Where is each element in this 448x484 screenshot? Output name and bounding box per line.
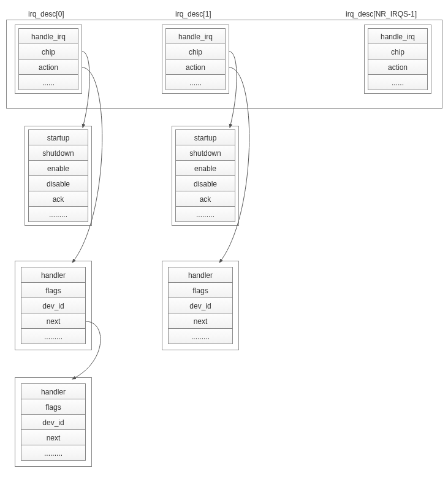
action0b-flags: flags [21, 399, 86, 415]
action-struct-0b: handler flags dev_id next ......... [15, 377, 92, 467]
action0b-next: next [21, 429, 86, 445]
label-irq1: irq_desc[1] [175, 10, 211, 18]
action0b-handler: handler [21, 383, 86, 399]
desc0-more: ...... [18, 74, 78, 90]
chip0-disable: disable [28, 175, 88, 191]
action1-more: ......... [168, 328, 233, 344]
action0b-more: ......... [21, 445, 86, 461]
desc1-more: ...... [165, 74, 226, 90]
action0a-flags: flags [21, 282, 86, 298]
desc0-action: action [18, 59, 78, 75]
action-struct-1: handler flags dev_id next ......... [162, 261, 239, 350]
action0a-more: ......... [21, 328, 86, 344]
desc0-chip: chip [18, 44, 78, 60]
desc0-handle-irq: handle_irq [18, 28, 78, 44]
action0b-dev-id: dev_id [21, 414, 86, 430]
chip-struct-1: startup shutdown enable disable ack ....… [172, 126, 239, 226]
chip0-startup: startup [28, 129, 88, 145]
action0a-handler: handler [21, 267, 86, 283]
chip1-shutdown: shutdown [175, 145, 235, 161]
action1-dev-id: dev_id [168, 298, 233, 313]
chip-struct-0: startup shutdown enable disable ack ....… [25, 126, 92, 226]
irq-desc-1: handle_irq chip action ...... [162, 25, 229, 94]
chip1-ack: ack [175, 191, 235, 207]
chip0-more: ......... [28, 206, 88, 222]
action0a-dev-id: dev_id [21, 298, 86, 313]
action0a-next: next [21, 313, 86, 329]
label-irq0: irq_desc[0] [28, 10, 64, 18]
action1-next: next [168, 313, 233, 329]
descN-more: ...... [368, 74, 428, 90]
chip0-ack: ack [28, 191, 88, 207]
action1-handler: handler [168, 267, 233, 283]
descN-chip: chip [368, 44, 428, 60]
action1-flags: flags [168, 282, 233, 298]
action-struct-0a: handler flags dev_id next ......... [15, 261, 92, 350]
label-irqN: irq_desc[NR_IRQS-1] [346, 10, 417, 18]
chip1-more: ......... [175, 206, 235, 222]
descN-action: action [368, 59, 428, 75]
irq-desc-n: handle_irq chip action ...... [364, 25, 431, 94]
chip1-startup: startup [175, 129, 235, 145]
descN-handle-irq: handle_irq [368, 28, 428, 44]
desc1-handle-irq: handle_irq [165, 28, 226, 44]
chip0-enable: enable [28, 160, 88, 176]
chip0-shutdown: shutdown [28, 145, 88, 161]
desc1-action: action [165, 59, 226, 75]
desc1-chip: chip [165, 44, 226, 60]
chip1-disable: disable [175, 175, 235, 191]
chip1-enable: enable [175, 160, 235, 176]
irq-desc-0: handle_irq chip action ...... [15, 25, 82, 94]
